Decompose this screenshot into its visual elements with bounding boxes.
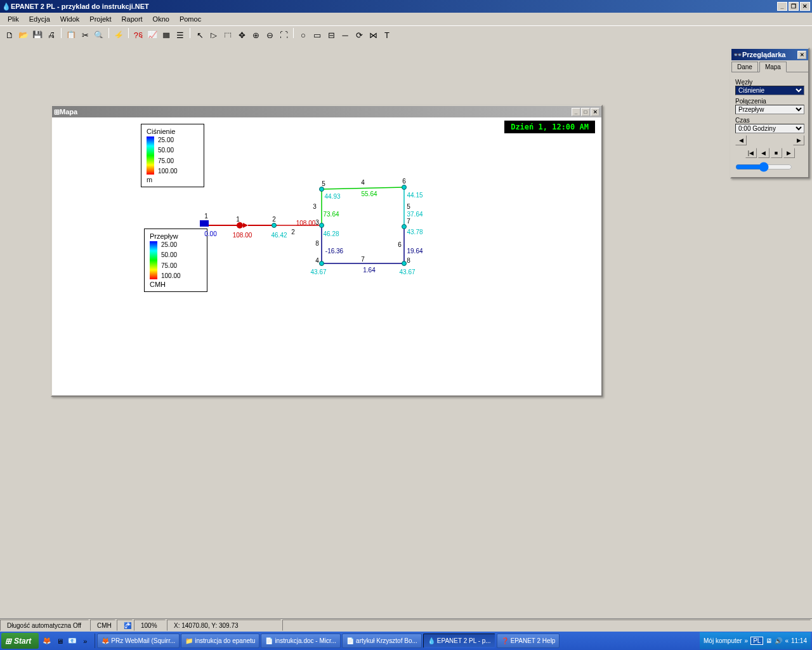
map-canvas[interactable]: Dzień 1, 12:00 AM Ciśnienie 25.00 50.00 … xyxy=(52,117,601,395)
system-tray: Mój komputer » PL 🖥 🔊 « 11:14 xyxy=(700,632,811,649)
vcr-play-button[interactable]: ▶ xyxy=(783,148,795,158)
close-button[interactable]: ✕ xyxy=(800,2,810,11)
status-filler xyxy=(282,620,811,631)
czas-select[interactable]: 0:00 Godziny xyxy=(735,124,804,133)
polaczenia-label: Połączenia xyxy=(735,98,804,105)
tab-dane[interactable]: Dane xyxy=(731,62,758,72)
menu-okno[interactable]: Okno xyxy=(148,14,174,24)
app-icon: 💧 xyxy=(2,3,11,11)
speed-slider[interactable] xyxy=(735,162,792,172)
status-coords: X: 14070.80, Y: 309.73 xyxy=(167,620,281,631)
map-icon: ⊞ xyxy=(54,108,60,116)
task-word2[interactable]: 📄 artykuł Krzysztof Bo... xyxy=(342,633,422,648)
ql-app-icon[interactable]: 📧 xyxy=(67,635,78,647)
restore-button[interactable]: ❐ xyxy=(789,2,799,11)
tab-mapa[interactable]: Mapa xyxy=(759,62,787,72)
scroll-right-button[interactable]: ▶ xyxy=(793,135,804,145)
task-epanet[interactable]: 💧 EPANET 2 PL - p... xyxy=(423,633,495,648)
status-unit: CMH xyxy=(90,620,115,631)
task-help[interactable]: ❓ EPANET 2 Help xyxy=(497,633,560,648)
svg-rect-0 xyxy=(200,220,209,227)
wezly-select[interactable]: Ciśnienie xyxy=(735,86,804,95)
czas-label: Czas xyxy=(735,117,804,124)
wezly-label: Węzły xyxy=(735,79,804,86)
node-3[interactable] xyxy=(319,223,324,228)
scroll-left-button[interactable]: ◀ xyxy=(735,135,747,145)
tray-lang[interactable]: PL xyxy=(750,637,763,645)
browser-close-button[interactable]: ✕ xyxy=(797,51,806,59)
svg-line-6 xyxy=(322,187,404,189)
menu-edycja[interactable]: Edycja xyxy=(24,14,55,24)
menu-projekt[interactable]: Projekt xyxy=(84,14,116,24)
ql-desktop-icon[interactable]: 🖥 xyxy=(54,635,65,647)
tray-icon2[interactable]: 🔊 xyxy=(775,637,782,644)
task-word1[interactable]: 📄 instrukcja.doc - Micr... xyxy=(261,633,341,648)
menubar: Plik Edycja Widok Projekt Raport Okno Po… xyxy=(0,13,812,25)
node-4[interactable] xyxy=(319,261,324,266)
tray-more-icon[interactable]: » xyxy=(745,637,749,644)
quicklaunch: 🦊 🖥 📧 » xyxy=(41,635,91,647)
node-7[interactable] xyxy=(402,224,407,229)
windows-icon: ⊞ xyxy=(5,637,11,646)
node-6[interactable] xyxy=(402,185,407,190)
status-zoom: 100% xyxy=(134,620,166,631)
tray-icon1[interactable]: 🖥 xyxy=(766,637,772,644)
start-button[interactable]: ⊞ Start xyxy=(1,633,39,649)
workspace: ⊞ Mapa _ □ ✕ Dzień 1, 12:00 AM Ciśnienie… xyxy=(0,38,812,618)
map-title: Mapa xyxy=(60,108,77,116)
vcr-prev-button[interactable]: ◀ xyxy=(758,148,769,158)
network-lines xyxy=(52,117,601,395)
menu-pomoc[interactable]: Pomoc xyxy=(174,14,206,24)
menu-raport[interactable]: Raport xyxy=(117,14,148,24)
node-8[interactable] xyxy=(402,261,407,266)
ql-firefox-icon[interactable]: 🦊 xyxy=(41,635,53,647)
vcr-first-button[interactable]: |◀ xyxy=(745,148,757,158)
map-minimize-button[interactable]: _ xyxy=(572,108,580,116)
menu-widok[interactable]: Widok xyxy=(55,14,85,24)
statusbar: Długość automatyczna Off CMH 🚰 100% X: 1… xyxy=(0,618,812,632)
tray-expand-icon[interactable]: « xyxy=(785,637,789,644)
status-autolength: Długość automatyczna Off xyxy=(0,620,89,631)
menu-plik[interactable]: Plik xyxy=(3,14,24,24)
svg-point-2 xyxy=(237,222,243,229)
browser-tabs: Dane Mapa xyxy=(731,62,808,72)
task-folder[interactable]: 📁 instrukcja do epanetu xyxy=(181,633,259,648)
minimize-button[interactable]: _ xyxy=(777,2,787,11)
polaczenia-select[interactable]: Przepływ xyxy=(735,105,804,114)
ql-more-icon[interactable]: » xyxy=(79,635,91,647)
map-titlebar[interactable]: ⊞ Mapa _ □ ✕ xyxy=(52,106,601,117)
node-5[interactable] xyxy=(319,187,324,192)
browser-window: 👓 Przeglądarka ✕ Dane Mapa Węzły Ciśnien… xyxy=(730,48,809,178)
taskbar: ⊞ Start 🦊 🖥 📧 » 🦊 PRz WebMail (Squirr...… xyxy=(0,632,812,650)
map-close-button[interactable]: ✕ xyxy=(591,108,599,116)
map-window: ⊞ Mapa _ □ ✕ Dzień 1, 12:00 AM Ciśnienie… xyxy=(51,105,603,397)
browser-titlebar[interactable]: 👓 Przeglądarka ✕ xyxy=(731,49,808,60)
tray-clock: 11:14 xyxy=(791,637,807,644)
node-2[interactable] xyxy=(272,223,277,228)
map-maximize-button[interactable]: □ xyxy=(581,108,590,116)
task-webmail[interactable]: 🦊 PRz WebMail (Squirr... xyxy=(97,633,180,648)
app-titlebar: 💧 EPANET 2 PL - przyklad do instrukcji.N… xyxy=(0,0,812,13)
app-title: EPANET 2 PL - przyklad do instrukcji.NET xyxy=(11,3,149,10)
tray-computer[interactable]: Mój komputer xyxy=(704,637,742,644)
browser-icon: 👓 xyxy=(733,51,742,59)
browser-title: Przeglądarka xyxy=(742,51,785,58)
status-run-icon: 🚰 xyxy=(117,620,133,631)
vcr-stop-button[interactable]: ■ xyxy=(771,148,782,158)
